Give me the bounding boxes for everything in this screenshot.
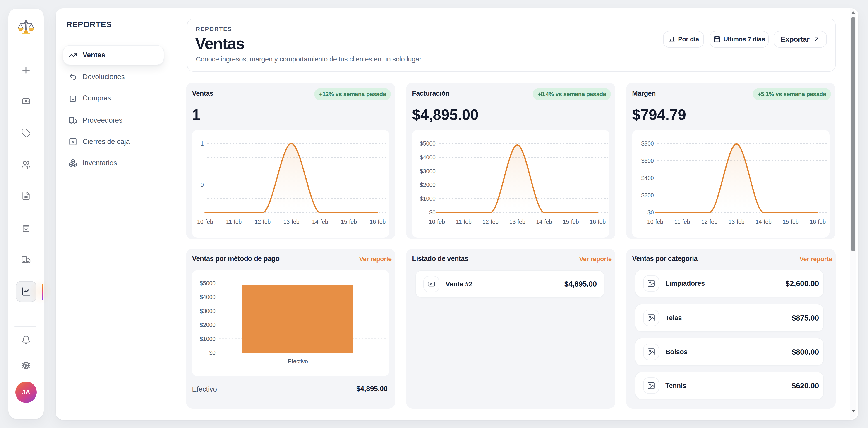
svg-text:$800: $800 — [641, 140, 654, 147]
svg-text:Efectivo: Efectivo — [288, 358, 308, 365]
svg-text:15-feb: 15-feb — [341, 219, 357, 225]
svg-text:$0: $0 — [429, 209, 436, 216]
svg-text:10-feb: 10-feb — [197, 219, 213, 225]
svg-text:15-feb: 15-feb — [563, 219, 579, 225]
svg-text:1: 1 — [200, 140, 204, 147]
svg-text:$0: $0 — [648, 209, 654, 216]
svg-text:$5000: $5000 — [420, 140, 436, 147]
svg-text:$5000: $5000 — [200, 280, 216, 286]
svg-text:$4000: $4000 — [200, 294, 216, 300]
svg-text:$1000: $1000 — [420, 195, 436, 202]
svg-text:16-feb: 16-feb — [370, 219, 386, 225]
svg-text:16-feb: 16-feb — [590, 219, 606, 225]
svg-text:14-feb: 14-feb — [312, 219, 328, 225]
svg-text:$2000: $2000 — [200, 322, 216, 328]
svg-text:12-feb: 12-feb — [255, 219, 271, 225]
svg-text:12-feb: 12-feb — [701, 219, 717, 225]
svg-text:10-feb: 10-feb — [647, 219, 663, 225]
svg-text:11-feb: 11-feb — [456, 219, 472, 225]
svg-text:$400: $400 — [641, 175, 654, 181]
svg-text:$4000: $4000 — [420, 154, 436, 161]
svg-text:$0: $0 — [209, 349, 216, 356]
svg-text:$200: $200 — [641, 192, 654, 198]
svg-text:11-feb: 11-feb — [675, 219, 690, 225]
svg-text:12-feb: 12-feb — [483, 219, 498, 225]
svg-text:$3000: $3000 — [200, 308, 216, 314]
svg-text:$2000: $2000 — [420, 181, 436, 188]
svg-text:13-feb: 13-feb — [728, 219, 745, 225]
svg-text:$1000: $1000 — [200, 336, 216, 342]
svg-text:11-feb: 11-feb — [226, 219, 242, 225]
svg-text:0: 0 — [200, 181, 204, 188]
svg-text:$600: $600 — [641, 158, 654, 164]
svg-text:14-feb: 14-feb — [536, 219, 552, 225]
svg-text:13-feb: 13-feb — [509, 219, 525, 225]
svg-text:15-feb: 15-feb — [783, 219, 799, 225]
svg-text:16-feb: 16-feb — [810, 219, 826, 225]
svg-text:13-feb: 13-feb — [283, 219, 300, 225]
svg-text:$3000: $3000 — [420, 168, 436, 174]
svg-text:14-feb: 14-feb — [755, 219, 772, 225]
svg-text:10-feb: 10-feb — [429, 219, 445, 225]
